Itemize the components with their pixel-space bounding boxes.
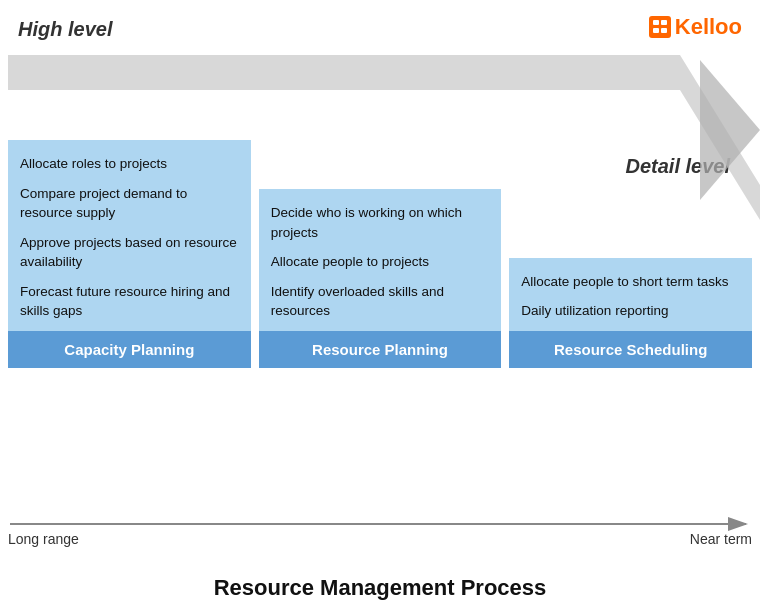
col-label-resource-planning: Resource Planning xyxy=(259,331,502,368)
svg-rect-0 xyxy=(653,20,659,25)
long-range-label: Long range xyxy=(8,531,79,547)
svg-rect-3 xyxy=(661,28,667,33)
bullet-1-1: Allocate roles to projects xyxy=(20,154,239,174)
columns-wrapper: Allocate roles to projects Compare proje… xyxy=(8,140,752,368)
near-term-label: Near term xyxy=(690,531,752,547)
bullet-2-2: Allocate people to projects xyxy=(271,252,490,272)
logo-icon xyxy=(649,16,671,38)
logo-text: Kelloo xyxy=(675,14,742,40)
col-content-resource-scheduling: Allocate people to short term tasks Dail… xyxy=(509,258,752,331)
high-level-label: High level xyxy=(18,18,112,41)
bullet-1-2: Compare project demand to resource suppl… xyxy=(20,184,239,223)
column-capacity-planning: Allocate roles to projects Compare proje… xyxy=(8,140,251,368)
page-title: Resource Management Process xyxy=(0,575,760,601)
bullet-3-1: Allocate people to short term tasks xyxy=(521,272,740,292)
range-labels: Long range Near term xyxy=(8,531,752,547)
bullet-3-2: Daily utilization reporting xyxy=(521,301,740,321)
svg-rect-1 xyxy=(661,20,667,25)
col-label-resource-scheduling: Resource Scheduling xyxy=(509,331,752,368)
column-resource-scheduling: Allocate people to short term tasks Dail… xyxy=(509,258,752,368)
bullet-2-1: Decide who is working on which projects xyxy=(271,203,490,242)
col-label-capacity: Capacity Planning xyxy=(8,331,251,368)
col-content-resource-planning: Decide who is working on which projects … xyxy=(259,189,502,331)
logo: Kelloo xyxy=(649,14,742,40)
column-resource-planning: Decide who is working on which projects … xyxy=(259,189,502,368)
bullet-1-3: Approve projects based on resource avail… xyxy=(20,233,239,272)
bullet-2-3: Identify overloaded skills and resources xyxy=(271,282,490,321)
bullet-1-4: Forecast future resource hiring and skil… xyxy=(20,282,239,321)
col-content-capacity: Allocate roles to projects Compare proje… xyxy=(8,140,251,331)
svg-rect-2 xyxy=(653,28,659,33)
